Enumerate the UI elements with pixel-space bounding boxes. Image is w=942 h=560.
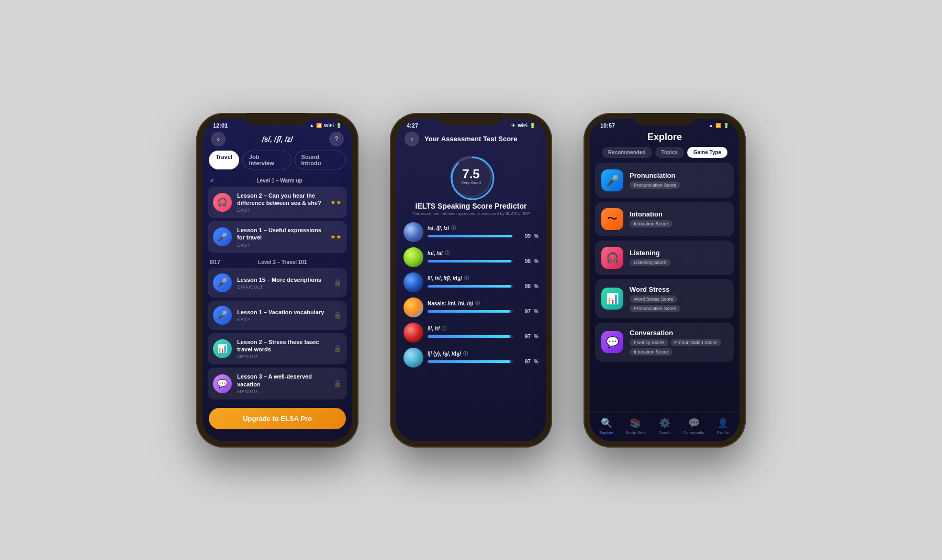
lesson-name: Lesson 2 – Can you hear the difference b…	[237, 192, 325, 207]
lesson-text: Lesson 1 – Vacation vocabulary EASY	[237, 308, 328, 322]
tab-travel[interactable]: Travel	[209, 151, 239, 169]
phone-explore: 10:57 ▲📶🔋 Explore Recommended Topics Gam…	[584, 113, 746, 448]
progress-pct: 98	[516, 258, 531, 264]
lesson-diff: EASY	[237, 208, 325, 213]
category-listening[interactable]: 🎧 Listening Listening Score	[595, 241, 734, 275]
progress-fill	[428, 285, 511, 288]
nav-study-sets[interactable]: 📚 Study Sets	[621, 417, 651, 435]
cat-name: Pronunciation	[630, 172, 728, 179]
cat-tag: Intonation Score	[630, 348, 672, 356]
sound-item[interactable]: /l/, /s/, /tʃ/, /dʒ/ ⓘ 98%	[403, 272, 539, 292]
cat-tags: Pronunciation Score	[630, 181, 728, 189]
cat-text: Conversation Fluency Score Pronunciation…	[630, 329, 728, 356]
cat-tags: Intonation Score	[630, 220, 728, 227]
nav-profile-label: Profile	[717, 430, 729, 435]
tab-job-interview[interactable]: Job Interview	[242, 151, 291, 169]
lesson-name: Lesson 2 – Stress these basic travel wor…	[237, 338, 328, 353]
progress-pct: 97	[516, 308, 531, 314]
tab-sound-intro[interactable]: Sound Introdu	[295, 151, 346, 169]
sound-item[interactable]: Nasals: /m/, /n/, /ŋ/ ⓘ 97%	[403, 298, 539, 317]
sound-ball-6	[403, 348, 423, 368]
cat-tags: Fluency Score Pronunciation Score Intona…	[630, 339, 728, 356]
tab-game-type[interactable]: Game Type	[687, 147, 727, 158]
sound-right: /s/, /ʃ/, /z/ ⓘ 99%	[428, 225, 539, 239]
info-button-1[interactable]: ?	[329, 132, 344, 146]
lock-icon: 🔒	[333, 279, 342, 287]
sound-right: /l/, /r/ ⓘ 97%	[428, 325, 539, 339]
pronunciation-icon: 🎤	[601, 169, 623, 191]
explore-nav-icon: 🔍	[601, 417, 612, 429]
category-intonation[interactable]: 〜 Intonation Intonation Score	[595, 202, 734, 236]
lesson-diff: DIFFICULT	[237, 284, 328, 290]
study-sets-nav-icon: 📚	[630, 417, 641, 429]
nav-community-label: Community	[683, 430, 704, 435]
time-3: 10:57	[600, 122, 615, 129]
nav-profile[interactable]: 👤 Profile	[708, 417, 737, 435]
tab-recommended[interactable]: Recommended	[602, 147, 652, 158]
cat-text: Pronunciation Pronunciation Score	[630, 172, 728, 189]
sound-item[interactable]: /u/, /ʊ/ ⓘ 98%	[403, 247, 539, 267]
progress-fill	[428, 260, 511, 262]
lesson-name: Lesson 1 – Vacation vocabulary	[237, 308, 328, 316]
sound-name: /u/, /ʊ/ ⓘ	[428, 250, 539, 257]
progress-bar	[428, 285, 513, 288]
bottom-nav: 🔍 Explore 📚 Study Sets ⚙️ Coach 💬 Commun…	[590, 411, 739, 441]
nav-study-sets-label: Study Sets	[625, 430, 646, 435]
nav-coach[interactable]: ⚙️ Coach	[650, 417, 679, 435]
cat-name: Listening	[630, 249, 728, 257]
lesson-stars: ★★	[330, 199, 342, 206]
sound-item[interactable]: /j/ (y), /ʒ/, /dʒ/ ⓘ 97%	[403, 348, 539, 368]
sound-name: /j/ (y), /ʒ/, /dʒ/ ⓘ	[428, 350, 539, 357]
category-conversation[interactable]: 💬 Conversation Fluency Score Pronunciati…	[595, 323, 734, 362]
category-pronunciation[interactable]: 🎤 Pronunciation Pronunciation Score	[595, 163, 734, 198]
progress-fill	[428, 235, 512, 237]
sound-ball-5	[403, 323, 423, 342]
lesson-text: Lesson 1 – Useful expressions for travel…	[237, 226, 325, 248]
score-circle-container: 7.5 Very Good IELTS Speaking Score Predi…	[396, 151, 546, 222]
phone2-title: Your Assessment Test Score	[424, 135, 518, 143]
nav-community[interactable]: 💬 Community	[679, 417, 709, 435]
score-circle: 7.5 Very Good	[450, 156, 492, 198]
cat-tag: Word Stress Score	[630, 295, 677, 303]
lesson-name: Lesson 15 – More descriptions	[237, 276, 328, 283]
lesson-item[interactable]: 🎤 Lesson 1 – Useful expressions for trav…	[208, 221, 347, 253]
level2-label: Level 2 – Travel 101	[258, 259, 307, 265]
coach-nav-icon: ⚙️	[659, 417, 670, 429]
lesson-stars: ★★	[330, 233, 342, 241]
sound-right: /l/, /s/, /tʃ/, /dʒ/ ⓘ 98%	[428, 275, 539, 289]
lesson-diff: MEDIUM	[237, 354, 328, 359]
cat-text: Listening Listening Score	[630, 249, 728, 266]
phone1-header: ‹ /s/, /ʃ/, /z/ ?	[203, 130, 352, 151]
explore-title: Explore	[647, 132, 682, 142]
lesson-item[interactable]: 🎧 Lesson 2 – Can you hear the difference…	[208, 187, 347, 219]
progress-bar	[428, 260, 513, 262]
sound-name: Nasals: /m/, /n/, /ŋ/ ⓘ	[428, 300, 539, 307]
lesson-diff: EASY	[237, 243, 325, 248]
progress-bar	[428, 235, 513, 237]
back-button-1[interactable]: ‹	[211, 132, 226, 146]
sound-item[interactable]: /l/, /r/ ⓘ 97%	[403, 323, 539, 342]
cat-tag: Pronunciation Score	[670, 339, 721, 346]
progress-pct: 97	[516, 359, 531, 364]
level1-header: ✓ Level 1 – Warm up	[208, 175, 347, 187]
back-button-2[interactable]: ‹	[405, 132, 419, 146]
phone2-header: ‹ Your Assessment Test Score	[396, 130, 546, 151]
progress-bar-wrap: 97%	[428, 334, 539, 339]
upgrade-button[interactable]: Upgrade to ELSA Pro	[209, 408, 346, 429]
lesson-name: Lesson 3 – A well-deserved vacation	[237, 373, 328, 388]
time-1: 12:01	[213, 122, 228, 129]
sound-ball-3	[403, 272, 423, 292]
tab-topics[interactable]: Topics	[655, 147, 684, 158]
category-word-stress[interactable]: 📊 Word Stress Word Stress Score Pronunci…	[595, 279, 734, 318]
nav-explore[interactable]: 🔍 Explore	[592, 417, 621, 435]
level2-header: 0/17 Level 2 – Travel 101	[208, 256, 347, 268]
lesson-icon-headphones: 🎧	[213, 193, 232, 212]
nav-explore-label: Explore	[599, 430, 613, 435]
profile-nav-icon: 👤	[717, 417, 728, 429]
progress-fill	[428, 310, 510, 313]
svg-point-1	[452, 157, 494, 199]
sound-item[interactable]: /s/, /ʃ/, /z/ ⓘ 99%	[403, 222, 539, 242]
cat-text: Word Stress Word Stress Score Pronunciat…	[630, 285, 728, 312]
lesson-item-locked: 🎤 Lesson 1 – Vacation vocabulary EASY 🔒	[208, 301, 347, 330]
sound-name: /s/, /ʃ/, /z/ ⓘ	[428, 225, 539, 232]
